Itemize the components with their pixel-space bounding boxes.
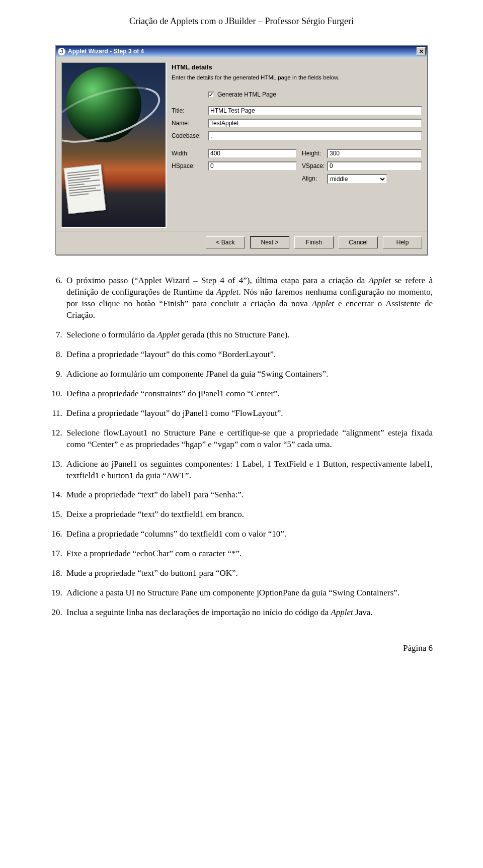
- list-item: Defina a propriedade “constraints” do jP…: [64, 388, 433, 400]
- list-item: Mude a propriedade “text” do label1 para…: [64, 489, 433, 501]
- list-item: O próximo passo (“Applet Wizard – Step 4…: [64, 275, 433, 321]
- list-item: Adicione a pasta UI no Structure Pane um…: [64, 587, 433, 599]
- list-item: Adicione ao jPanel1 os seguintes compone…: [64, 459, 433, 482]
- list-item: Deixe a propriedade “text” do textfield1…: [64, 509, 433, 520]
- list-item: Defina a propriedade “columns” do textfi…: [64, 529, 433, 540]
- generate-html-label: Generate HTML Page: [217, 91, 276, 99]
- list-item: Selecione flowLayout1 no Structure Pane …: [64, 427, 433, 451]
- next-button[interactable]: Next >: [250, 236, 289, 248]
- list-item: Defina a propriedade “layout” do this co…: [64, 349, 433, 361]
- list-item: Mude a propriedade “text” do button1 par…: [64, 568, 433, 579]
- width-label: Width:: [172, 149, 208, 157]
- wizard-window: J Applet Wizard - Step 3 of 4 ✕ HTML det…: [55, 45, 428, 255]
- list-item: Fixe a propriedade “echoChar” com o cara…: [64, 548, 433, 560]
- window-title: Applet Wizard - Step 3 of 4: [68, 47, 144, 55]
- width-input[interactable]: [208, 149, 297, 158]
- list-item: Defina a propriedade “layout” do jPanel1…: [64, 408, 433, 419]
- name-label: Name:: [172, 119, 208, 127]
- vspace-label: VSpace:: [297, 162, 327, 170]
- cancel-button[interactable]: Cancel: [339, 236, 378, 248]
- height-input[interactable]: [327, 149, 422, 158]
- list-item: Inclua a seguinte linha nas declarações …: [64, 607, 433, 619]
- vspace-input[interactable]: [327, 161, 422, 171]
- doc-icon: [63, 164, 106, 214]
- page-footer: Página 6: [50, 643, 433, 654]
- help-button[interactable]: Help: [383, 236, 422, 248]
- form-subheading: Enter the details for the generated HTML…: [172, 74, 422, 82]
- height-label: Height:: [297, 149, 327, 157]
- title-label: Title:: [172, 107, 208, 115]
- wizard-footer: < Back Next > Finish Cancel Help: [56, 231, 427, 254]
- align-select[interactable]: middle: [327, 174, 387, 184]
- page-header: Criação de Applets com o JBuilder – Prof…: [50, 15, 433, 27]
- list-item: Selecione o formulário da Applet gerada …: [64, 329, 433, 341]
- wizard-form: HTML details Enter the details for the g…: [172, 62, 422, 228]
- form-heading: HTML details: [172, 63, 422, 72]
- close-button[interactable]: ✕: [417, 47, 426, 55]
- hspace-label: HSpace:: [172, 162, 208, 170]
- list-item: Adicione ao formulário um componente JPa…: [64, 369, 433, 380]
- align-label: Align:: [297, 175, 327, 183]
- codebase-label: Codebase:: [172, 132, 208, 140]
- finish-button[interactable]: Finish: [294, 236, 334, 248]
- hspace-input[interactable]: [208, 161, 297, 171]
- title-input[interactable]: [208, 106, 422, 116]
- jbuilder-icon: J: [58, 48, 65, 55]
- back-button[interactable]: < Back: [206, 236, 245, 248]
- wizard-illustration: [61, 62, 167, 228]
- codebase-input[interactable]: [208, 131, 422, 141]
- name-input[interactable]: [208, 119, 422, 128]
- generate-html-checkbox[interactable]: ✓: [208, 92, 214, 98]
- titlebar: J Applet Wizard - Step 3 of 4 ✕: [56, 46, 427, 57]
- instruction-list: O próximo passo (“Applet Wizard – Step 4…: [50, 275, 433, 619]
